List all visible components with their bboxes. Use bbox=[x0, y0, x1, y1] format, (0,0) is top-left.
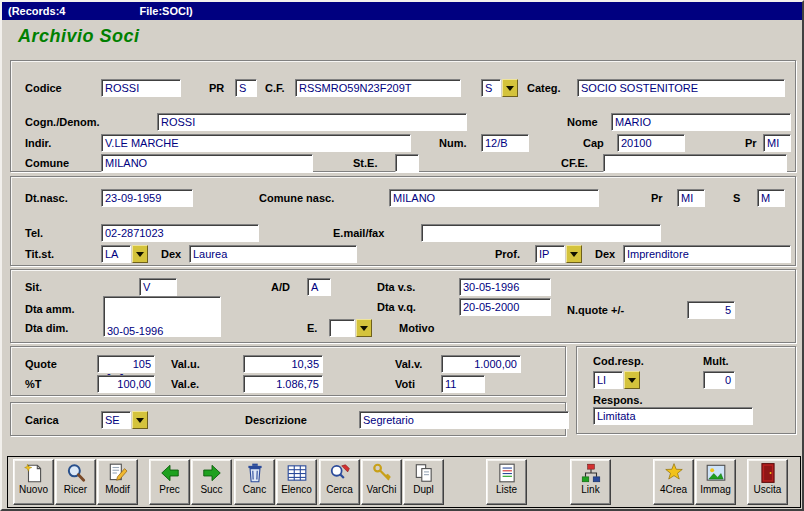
ste-label: St.E. bbox=[353, 157, 377, 169]
num-field[interactable]: 12/B bbox=[481, 134, 529, 152]
pr-nasc-label: Pr bbox=[651, 192, 663, 204]
toolbar-button-label: VarChi bbox=[367, 484, 397, 495]
indirizzo-field[interactable]: V.LE MARCHE bbox=[101, 134, 411, 152]
titst-field[interactable]: LA bbox=[101, 245, 131, 263]
dta-vs-field[interactable]: 30-05-1996 bbox=[459, 278, 551, 296]
duplicate-icon bbox=[413, 462, 435, 484]
nome-field[interactable]: MARIO bbox=[611, 113, 791, 131]
dta-vs-label: Dta v.s. bbox=[377, 281, 415, 293]
categ-code-field[interactable]: S bbox=[481, 79, 501, 97]
image-icon bbox=[705, 462, 727, 484]
categ-field[interactable]: SOCIO SOSTENITORE bbox=[577, 79, 785, 97]
lists-icon bbox=[496, 462, 518, 484]
prof-label: Prof. bbox=[495, 248, 520, 260]
find-icon bbox=[329, 462, 351, 484]
toolbar-button-ricer[interactable]: Ricer bbox=[55, 459, 96, 505]
mult-label: Mult. bbox=[703, 355, 729, 367]
records-count: (Records:4 bbox=[8, 5, 65, 17]
codresp-label: Cod.resp. bbox=[593, 355, 644, 367]
cfe-field[interactable] bbox=[603, 154, 787, 172]
categ-dropdown-button[interactable] bbox=[502, 79, 518, 97]
toolbar-button-label: Canc bbox=[243, 484, 266, 495]
valv-field[interactable]: 1.000,00 bbox=[441, 355, 521, 373]
dtnasc-field[interactable]: 23-09-1959 bbox=[101, 189, 193, 207]
descrizione-field[interactable]: Segretario bbox=[359, 411, 569, 429]
comune-field[interactable]: MILANO bbox=[101, 154, 313, 172]
toolbar-button-varchi[interactable]: VarChi bbox=[361, 459, 402, 505]
cognome-field[interactable]: ROSSI bbox=[157, 113, 467, 131]
toolbar-button-succ[interactable]: Succ bbox=[191, 459, 232, 505]
toolbar-button-dupl[interactable]: Dupl bbox=[403, 459, 444, 505]
prof-dex-field[interactable]: Imprenditore bbox=[623, 245, 791, 263]
toolbar-button-cerca[interactable]: Cerca bbox=[319, 459, 360, 505]
toolbar-button-liste[interactable]: Liste bbox=[486, 459, 527, 505]
dta-amm-dim-box[interactable]: 30-05-1996 - - bbox=[103, 296, 221, 337]
sesso-field[interactable]: M bbox=[757, 189, 785, 207]
e-dropdown-button[interactable] bbox=[356, 319, 372, 337]
cognome-label: Cogn./Denom. bbox=[25, 116, 100, 128]
toolbar-button-label: Prec bbox=[159, 484, 180, 495]
link-icon bbox=[580, 462, 602, 484]
ad-field[interactable]: A bbox=[307, 278, 331, 296]
toolbar-button-immag[interactable]: Immag bbox=[695, 459, 736, 505]
arrow-right-icon bbox=[201, 462, 223, 484]
comune-nasc-field[interactable]: MILANO bbox=[389, 189, 599, 207]
pr-nasc-field[interactable]: MI bbox=[677, 189, 705, 207]
toolbar-button-label: Cerca bbox=[326, 484, 353, 495]
toolbar-button-prec[interactable]: Prec bbox=[149, 459, 190, 505]
voti-field[interactable]: 11 bbox=[441, 375, 485, 393]
toolbar-button-elenco[interactable]: Elenco bbox=[276, 459, 317, 505]
codresp-field[interactable]: LI bbox=[593, 371, 623, 389]
titst-dex-field[interactable]: Laurea bbox=[189, 245, 357, 263]
ste-field[interactable] bbox=[395, 154, 419, 172]
codice-label: Codice bbox=[25, 82, 62, 94]
sit-label: Sit. bbox=[25, 281, 42, 293]
toolbar-button-modif[interactable]: Modif bbox=[97, 459, 138, 505]
provincia-field[interactable]: MI bbox=[763, 134, 791, 152]
toolbar-button-link[interactable]: Link bbox=[570, 459, 611, 505]
quote-field[interactable]: 105 bbox=[97, 355, 155, 373]
codice-field[interactable]: ROSSI bbox=[101, 79, 181, 97]
group-quote: Quote 105 Val.u. 10,35 Val.v. 1.000,00 %… bbox=[10, 346, 566, 396]
pr-field[interactable]: S bbox=[235, 79, 257, 97]
vale-field[interactable]: 1.086,75 bbox=[243, 375, 323, 393]
email-field[interactable] bbox=[421, 224, 661, 242]
mult-field[interactable]: 0 bbox=[703, 371, 735, 389]
carica-field[interactable]: SE bbox=[101, 411, 131, 429]
pt-field[interactable]: 100,00 bbox=[97, 375, 155, 393]
prof-dropdown-button[interactable] bbox=[566, 245, 582, 263]
respons-field[interactable]: Limitata bbox=[593, 407, 753, 425]
comune-nasc-label: Comune nasc. bbox=[259, 192, 334, 204]
tel-field[interactable]: 02-2871023 bbox=[101, 224, 259, 242]
voti-label: Voti bbox=[395, 378, 415, 390]
table-icon bbox=[286, 462, 308, 484]
valv-label: Val.v. bbox=[395, 358, 422, 370]
sit-field[interactable]: V bbox=[139, 278, 177, 296]
codresp-dropdown-button[interactable] bbox=[624, 371, 640, 389]
valu-field[interactable]: 10,35 bbox=[243, 355, 323, 373]
cf-field[interactable]: RSSMRO59N23F209T bbox=[295, 79, 461, 97]
arrow-left-icon bbox=[159, 462, 181, 484]
indirizzo-label: Indir. bbox=[25, 137, 51, 149]
e-field[interactable] bbox=[329, 319, 355, 337]
toolbar-button-canc[interactable]: Canc bbox=[234, 459, 275, 505]
toolbar-button-label: 4Crea bbox=[660, 484, 687, 495]
toolbar-button-uscita[interactable]: Uscita bbox=[747, 459, 788, 505]
prof-field[interactable]: IP bbox=[535, 245, 565, 263]
toolbar-button-nuovo[interactable]: Nuovo bbox=[13, 459, 54, 505]
descrizione-label: Descrizione bbox=[245, 414, 307, 426]
toolbar-button-label: Immag bbox=[700, 484, 731, 495]
pr-label: PR bbox=[209, 82, 224, 94]
quote-label: Quote bbox=[25, 358, 57, 370]
create-icon bbox=[663, 462, 685, 484]
cap-field[interactable]: 20100 bbox=[617, 134, 685, 152]
dta-vq-field[interactable]: 20-05-2000 bbox=[459, 298, 551, 316]
dta-amm-field[interactable]: 30-05-1996 bbox=[107, 322, 217, 340]
toolbar-button-4crea[interactable]: 4Crea bbox=[653, 459, 694, 505]
dtnasc-label: Dt.nasc. bbox=[25, 192, 68, 204]
titst-dropdown-button[interactable] bbox=[132, 245, 148, 263]
carica-dropdown-button[interactable] bbox=[132, 411, 148, 429]
cfe-label: CF.E. bbox=[561, 157, 588, 169]
cf-label: C.F. bbox=[265, 82, 285, 94]
nquote-field[interactable]: 5 bbox=[687, 301, 735, 319]
